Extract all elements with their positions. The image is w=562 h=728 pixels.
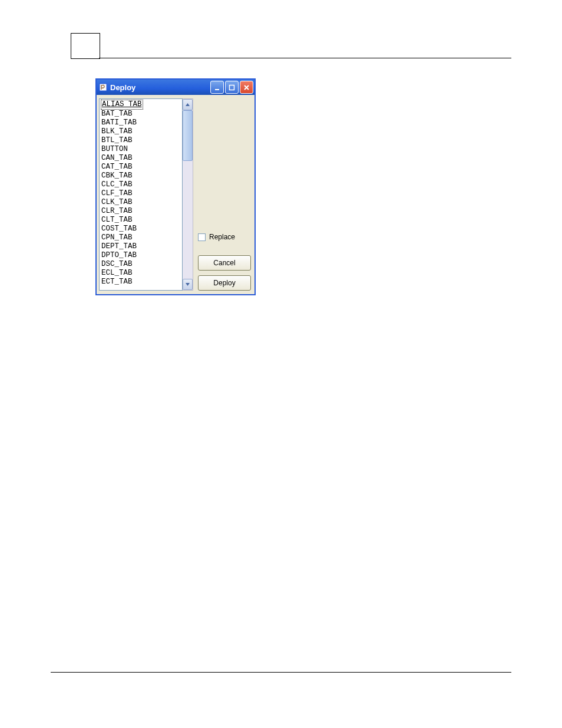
maximize-button[interactable] — [225, 81, 239, 94]
deploy-button[interactable]: Deploy — [198, 275, 251, 291]
list-item[interactable]: BTL_TAB — [101, 136, 182, 145]
list-item[interactable]: CLT_TAB — [101, 216, 182, 225]
header-rule — [99, 58, 511, 58]
listbox-scrollbar[interactable] — [183, 98, 193, 291]
footer-rule — [51, 672, 511, 673]
list-item[interactable]: ECL_TAB — [101, 269, 182, 278]
list-item[interactable]: CLF_TAB — [101, 189, 182, 198]
cancel-button-label: Cancel — [213, 259, 235, 267]
list-item[interactable]: CLK_TAB — [101, 198, 182, 207]
list-item[interactable]: BUTTON — [101, 145, 182, 154]
minimize-button[interactable] — [210, 81, 224, 94]
svg-rect-1 — [215, 89, 219, 90]
deploy-button-label: Deploy — [213, 279, 235, 287]
list-item[interactable]: CPN_TAB — [101, 233, 182, 242]
replace-checkbox[interactable] — [198, 233, 206, 241]
list-item[interactable]: DPTO_TAB — [101, 251, 182, 260]
scroll-down-button[interactable] — [183, 279, 193, 290]
list-item[interactable]: COST_TAB — [101, 225, 182, 233]
list-item[interactable]: BAT_TAB — [101, 110, 182, 118]
list-item[interactable]: CAT_TAB — [101, 163, 182, 172]
header-box — [71, 33, 100, 59]
list-item[interactable]: DEPT_TAB — [101, 242, 182, 251]
tables-listbox[interactable]: ALIAS_TABBAT_TABBATI_TABBLK_TABBTL_TABBU… — [99, 98, 183, 291]
titlebar[interactable]: Deploy — [97, 80, 254, 95]
list-item[interactable]: DSC_TAB — [101, 260, 182, 269]
app-icon — [99, 83, 107, 91]
list-item[interactable]: CLR_TAB — [101, 207, 182, 216]
list-item[interactable]: CAN_TAB — [101, 154, 182, 163]
window-title: Deploy — [110, 83, 209, 92]
list-item[interactable]: BATI_TAB — [101, 118, 182, 127]
deploy-dialog: Deploy ALIAS_TABBAT_TABBATI_TABBLK_TABBT… — [95, 78, 256, 295]
list-item[interactable]: BLK_TAB — [101, 127, 182, 136]
close-button[interactable] — [240, 81, 253, 94]
scroll-thumb[interactable] — [183, 110, 193, 161]
scroll-track[interactable] — [183, 110, 193, 279]
list-item[interactable]: ALIAS_TAB — [101, 100, 143, 110]
cancel-button[interactable]: Cancel — [198, 255, 251, 271]
scroll-up-button[interactable] — [183, 99, 193, 110]
list-item[interactable]: ECT_TAB — [101, 278, 182, 286]
replace-label: Replace — [209, 233, 235, 241]
list-item[interactable]: CLC_TAB — [101, 180, 182, 189]
svg-rect-2 — [230, 85, 234, 90]
replace-checkbox-row[interactable]: Replace — [198, 233, 251, 241]
list-item[interactable]: CBK_TAB — [101, 172, 182, 180]
